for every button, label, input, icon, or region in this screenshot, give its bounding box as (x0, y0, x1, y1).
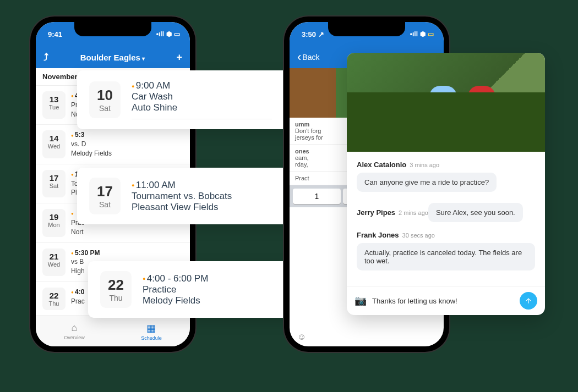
status-time: 3:50 ↗ (302, 30, 324, 38)
chat-author: Frank Jones (357, 231, 399, 239)
chat-message: Frank Jones30 secs agoActually, practice… (357, 230, 535, 270)
chat-timestamp: 3 mins ago (410, 162, 439, 168)
chat-message: Alex Catalonio3 mins agoCan anyone give … (357, 159, 535, 192)
schedule-item[interactable]: 14Wed 5:3vs. DMelody Fields (36, 125, 190, 164)
chat-timestamp: 30 secs ago (402, 232, 435, 239)
date-badge: 14Wed (42, 130, 66, 158)
nav-bar: ⤴ Boulder Eagles + (36, 46, 190, 68)
chat-input-row: 📷 (347, 286, 545, 315)
signal-icon: •ıll (410, 30, 418, 38)
event-title: Car Wash (132, 91, 272, 102)
event-date-badge: 22 Thu (100, 271, 132, 308)
date-badge: 21Wed (42, 249, 66, 276)
event-location: Auto Shine (132, 102, 272, 113)
item-time: 5:3 (71, 130, 183, 140)
wifi-icon: ⬢ (420, 30, 426, 38)
battery-icon: ▭ (428, 30, 434, 38)
team-selector[interactable]: Boulder Eagles (80, 53, 145, 62)
tab-overview[interactable]: ⌂Overview (64, 322, 85, 340)
wifi-icon: ⬢ (166, 30, 172, 38)
event-date-badge: 10 Sat (89, 81, 121, 118)
share-icon[interactable]: ⤴ (43, 52, 48, 63)
event-date-badge: 17 Sat (89, 178, 121, 214)
tab-bar: ⌂Overview ▦Schedule (36, 316, 190, 346)
tab-schedule[interactable]: ▦Schedule (141, 322, 162, 341)
send-button[interactable] (520, 292, 537, 310)
chat-bubble: Sure Alex, see you soon. (428, 203, 523, 222)
event-time: 9:00 AM (132, 80, 272, 91)
event-card[interactable]: 10 Sat 9:00 AM Car Wash Auto Shine ✓ (77, 70, 314, 129)
battery-icon: ▭ (174, 30, 180, 38)
back-button[interactable]: Back (297, 50, 319, 64)
chat-author: Jerry Pipes (357, 208, 395, 217)
event-title: Practice (143, 284, 283, 295)
message-input[interactable] (372, 297, 514, 305)
calendar-icon: ▦ (141, 322, 162, 334)
chat-message: Jerry Pipes2 mins agoSure Alex, see you … (357, 200, 535, 222)
event-location: Melody Fields (143, 295, 283, 306)
home-icon: ⌂ (64, 322, 85, 334)
event-time: 11:00 AM (132, 180, 272, 191)
event-location: Pleasant View Fields (132, 202, 272, 213)
add-icon[interactable]: + (176, 52, 182, 63)
camera-icon[interactable]: 📷 (355, 295, 367, 307)
chat-bubble: Can anyone give me a ride to practice? (357, 173, 497, 192)
date-badge: 19Mon (42, 209, 66, 236)
chat-timestamp: 2 mins ago (399, 209, 428, 216)
signal-icon: •ıll (156, 30, 164, 38)
date-badge: 13Tue (42, 91, 66, 119)
date-badge: 22Thu (42, 288, 66, 310)
event-title: Tournament vs. Bobcats (132, 191, 272, 202)
item-time: 5:30 PM (71, 249, 183, 258)
chat-bubble: Actually, practice is canceled today. Th… (357, 243, 535, 270)
date-badge: 17Sat (42, 170, 66, 197)
status-time: 9:41 (48, 30, 62, 38)
chat-card: Alex Catalonio3 mins agoCan anyone give … (347, 53, 545, 315)
event-card[interactable]: 17 Sat 11:00 AM Tournament vs. Bobcats P… (77, 168, 314, 224)
event-time: 4:00 - 6:00 PM (143, 273, 283, 284)
emoji-icon[interactable]: ☺ (297, 332, 306, 342)
chat-hero-image (347, 53, 545, 152)
chat-author: Alex Catalonio (357, 161, 406, 169)
key-1[interactable]: 1 (293, 189, 341, 204)
